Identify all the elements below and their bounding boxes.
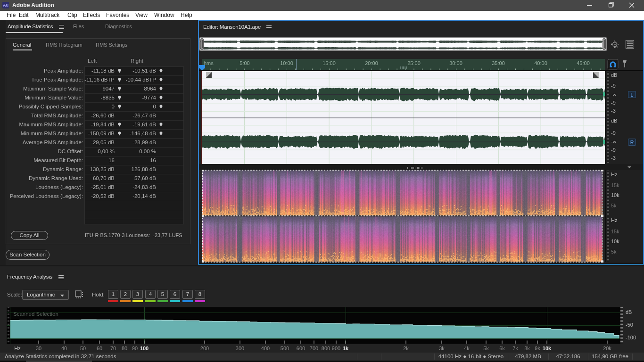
- svg-text:Scanned Selection: Scanned Selection: [13, 311, 58, 317]
